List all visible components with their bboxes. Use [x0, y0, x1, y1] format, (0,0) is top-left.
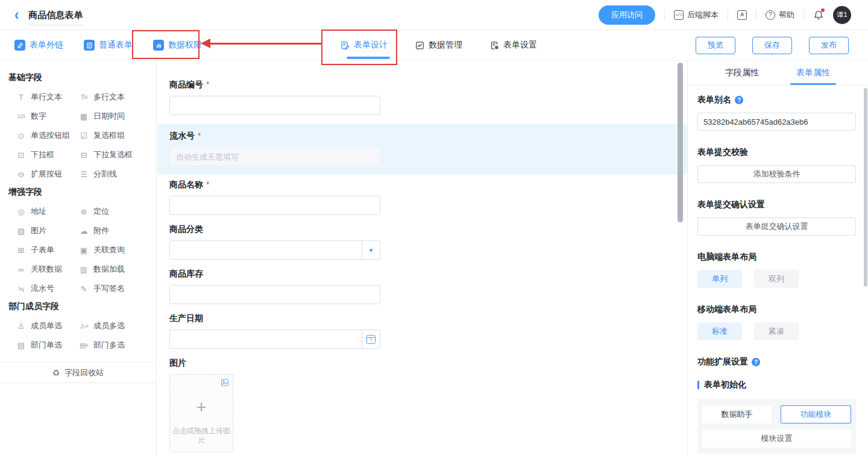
canvas-scrollbar[interactable]: [678, 63, 683, 222]
translate-icon[interactable]: A: [737, 10, 747, 20]
field-type-number[interactable]: 123数字: [16, 107, 78, 126]
attachment-icon: ☁: [78, 226, 89, 236]
field-label: 商品编号: [169, 80, 203, 89]
form-alias-input[interactable]: [697, 113, 856, 131]
help-question-icon[interactable]: ?: [735, 96, 743, 104]
tab-data-manage[interactable]: 数据管理: [415, 30, 462, 60]
image-upload-dropzone[interactable]: + 点击或拖拽上传图片: [169, 374, 233, 452]
field-type-label: 多行文本: [93, 92, 125, 102]
field-label: 商品分类: [169, 224, 203, 234]
mobile-layout-standard[interactable]: 标准: [697, 322, 742, 340]
signature-icon: ✎: [78, 284, 89, 293]
canvas-field-serial-number[interactable]: 流水号*: [157, 124, 687, 175]
field-type-lookup[interactable]: ▣关联查询: [78, 240, 156, 260]
canvas-field-image[interactable]: 图片 + 点击或拖拽上传图片: [169, 358, 687, 452]
field-type-signature[interactable]: ✎手写签名: [78, 279, 156, 298]
canvas-field-product-name[interactable]: 商品名称*: [169, 180, 687, 215]
field-type-divider[interactable]: ☰分割线: [78, 164, 156, 184]
canvas-field-product-code[interactable]: 商品编号*: [169, 80, 687, 115]
field-type-label: 流水号: [31, 283, 54, 294]
publish-button[interactable]: 发布: [809, 37, 849, 54]
field-type-label: 定位: [93, 206, 109, 217]
required-mark: *: [206, 180, 209, 189]
tab-form-settings-label: 表单设置: [503, 40, 537, 51]
field-type-label: 部门单选: [31, 340, 62, 351]
field-label: 生产日期: [169, 313, 203, 323]
field-type-related-data[interactable]: ∞关联数据: [16, 260, 78, 279]
tab-field-properties[interactable]: 字段属性: [715, 61, 769, 85]
extend-button-icon: ⊖: [16, 170, 27, 179]
section-title-basic: 基础字段: [0, 72, 156, 83]
external-link-button[interactable]: 表单外链: [14, 40, 63, 51]
form-canvas: 商品编号* 流水号* 商品名称* 商品分类 ▾ 商品库存 生产日期 7 图片: [157, 61, 687, 456]
tab-form-properties[interactable]: 表单属性: [786, 61, 840, 85]
field-type-select[interactable]: ⊡下拉框: [16, 145, 78, 164]
field-type-radio-group[interactable]: ⊙单选按钮组: [16, 126, 78, 145]
product-code-input[interactable]: [169, 96, 380, 115]
field-type-attachment[interactable]: ☁附件: [78, 221, 156, 240]
help-question-icon[interactable]: ?: [752, 358, 760, 366]
submit-validation-label: 表单提交校验: [697, 147, 856, 158]
calendar-icon: ▦: [78, 112, 89, 121]
product-name-input[interactable]: [169, 196, 380, 215]
field-type-dept-single[interactable]: ▤部门单选: [16, 336, 78, 355]
external-link-label: 表单外链: [30, 40, 63, 51]
tab-form-design[interactable]: 表单设计: [341, 30, 388, 60]
module-settings-button[interactable]: 模块设置: [702, 429, 851, 448]
back-icon[interactable]: ‹: [14, 7, 19, 22]
divider-icon: ☰: [78, 170, 89, 179]
tab-form-settings[interactable]: 表单设置: [490, 30, 537, 60]
field-type-image[interactable]: ▧图片: [16, 221, 78, 240]
normal-form-button[interactable]: 普通表单: [84, 40, 133, 51]
canvas-field-production-date[interactable]: 生产日期 7: [169, 313, 687, 349]
field-label: 商品名称: [169, 180, 203, 189]
member-single-icon: ♙: [16, 322, 27, 331]
field-type-subform[interactable]: ⊞子表单: [16, 240, 78, 260]
preview-button[interactable]: 预览: [696, 37, 735, 54]
number-icon: 123: [16, 113, 27, 119]
save-button[interactable]: 保存: [752, 37, 792, 54]
field-type-single-text[interactable]: T单行文本: [16, 87, 78, 107]
add-validation-button[interactable]: 添加校验条件: [697, 165, 856, 183]
production-date-picker[interactable]: 7: [169, 330, 380, 349]
panel-scrollbar[interactable]: [864, 88, 867, 287]
normal-form-label: 普通表单: [99, 40, 133, 51]
mobile-layout-compact[interactable]: 紧凑: [754, 322, 799, 340]
field-type-datetime[interactable]: ▦日期时间: [78, 107, 156, 126]
field-type-serial-number[interactable]: ≒流水号: [16, 279, 78, 298]
product-stock-input[interactable]: [169, 285, 380, 304]
field-type-dept-multi[interactable]: ▤+部门多选: [78, 336, 156, 355]
notification-bell-icon[interactable]: [813, 10, 824, 20]
canvas-field-product-category[interactable]: 商品分类 ▾: [169, 224, 687, 260]
field-type-multi-select[interactable]: ⊟下拉复选框: [78, 145, 156, 164]
field-type-checkbox-group[interactable]: ☑复选框组: [78, 126, 156, 145]
field-type-data-load[interactable]: ▥数据加载: [78, 260, 156, 279]
multi-text-icon: T≡: [78, 93, 89, 101]
field-type-location[interactable]: ⊕定位: [78, 202, 156, 221]
data-permission-button[interactable]: 数据权限: [153, 40, 202, 51]
data-assistant-button[interactable]: 数据助手: [702, 405, 772, 423]
field-recycle-bin-button[interactable]: ♻ 字段回收站: [0, 362, 156, 383]
product-category-select[interactable]: ▾: [169, 240, 380, 260]
field-type-address[interactable]: ◎地址: [16, 202, 78, 221]
field-type-extend-button[interactable]: ⊖扩展按钮: [16, 164, 78, 184]
app-access-button[interactable]: 应用访问: [599, 5, 655, 25]
dept-single-icon: ▤: [16, 341, 27, 350]
chevron-down-icon: ▾: [370, 246, 373, 254]
avatar[interactable]: 谭1: [833, 6, 851, 24]
field-type-member-multi[interactable]: ♙+成员多选: [78, 316, 156, 336]
field-type-member-single[interactable]: ♙成员单选: [16, 316, 78, 336]
pc-layout-single-column[interactable]: 单列: [697, 270, 742, 288]
function-module-button[interactable]: 功能模块: [781, 405, 851, 423]
active-tab-underline: [790, 83, 836, 85]
help-button[interactable]: ? 帮助: [766, 10, 794, 20]
required-mark: *: [206, 80, 209, 89]
canvas-field-product-stock[interactable]: 商品库存: [169, 269, 687, 304]
form-init-label: 表单初始化: [704, 379, 746, 390]
backend-script-button[interactable]: </> 后端脚本: [674, 10, 719, 20]
pc-layout-double-column[interactable]: 双列: [754, 270, 799, 288]
field-label: 图片: [169, 358, 186, 367]
submit-confirm-button[interactable]: 表单提交确认设置: [697, 217, 856, 236]
page-title[interactable]: 商品信息表单: [28, 10, 83, 25]
field-type-multi-text[interactable]: T≡多行文本: [78, 87, 156, 107]
